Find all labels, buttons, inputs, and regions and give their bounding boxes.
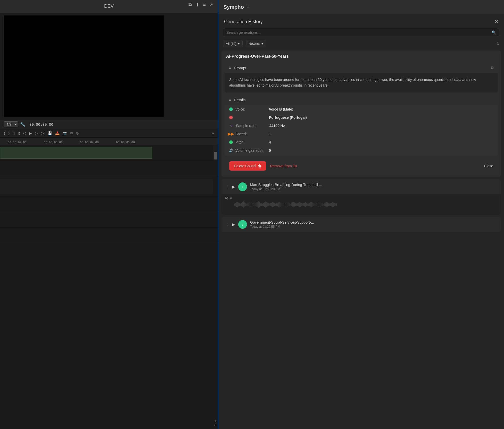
gen-item-title-row: AI-Progress-Over-Past-50-Years	[221, 51, 501, 62]
filter-all-chevron: ▾	[238, 42, 240, 46]
speed-label: Speed:	[235, 132, 266, 136]
timeline-tracks	[0, 145, 218, 429]
list-item-1-menu[interactable]: ⋮	[225, 184, 229, 189]
editor-panel: DEV ⧉ ⬆ ≡ ⤢ 1/2 1/4 Full 🔧 00:00:00:00 {…	[0, 0, 218, 429]
filter-newest-select[interactable]: Newest ▾	[246, 40, 266, 47]
goto-in-btn[interactable]: ⟨|	[12, 131, 15, 135]
track-clip-1[interactable]	[0, 147, 152, 159]
list-item-2-timestamp: Today at 01:20:55 PM	[250, 225, 497, 229]
volume-value: 0	[269, 148, 271, 153]
save-btn[interactable]: 💾	[48, 131, 52, 135]
prompt-section-title: Prompt	[234, 66, 246, 70]
list-item-2: ⋮ ▶ ♪ Government-Social-Services-Support…	[221, 217, 501, 232]
play-btn[interactable]: ▶	[29, 131, 32, 135]
overlay-btn[interactable]: ⧉	[70, 131, 73, 135]
detail-row-language: Portuguese (Portugal)	[225, 113, 498, 122]
out-point-btn[interactable]: }	[8, 131, 10, 135]
action-buttons: Delete Sound 🗑 Remove from list Close	[225, 158, 498, 174]
gen-history-content: AI-Progress-Over-Past-50-Years ∧ Prompt …	[218, 51, 504, 429]
sample-rate-label: Sample rate:	[236, 124, 267, 128]
list-item-1: ⋮ ▶ ♪ Man-Struggles-Breathing-During-Tre…	[221, 179, 501, 215]
sympho-menu-icon[interactable]: ≡	[247, 4, 250, 10]
in-point-btn[interactable]: {	[4, 131, 5, 135]
wrench-icon[interactable]: 🔧	[20, 122, 25, 127]
export-btn[interactable]: 📤	[55, 131, 60, 135]
detail-row-pitch: Pitch: 4	[225, 138, 498, 146]
video-preview	[4, 15, 164, 117]
expand-icon[interactable]: ⤢	[209, 2, 213, 8]
waveform-time-1: 00:0	[225, 197, 232, 200]
list-item-2-header: ⋮ ▶ ♪ Government-Social-Services-Support…	[221, 217, 501, 232]
search-icon: 🔍	[492, 30, 496, 35]
gen-history-title: Generation History	[224, 19, 263, 24]
end-btn[interactable]: ▷|	[41, 131, 45, 135]
list-item-1-info: Man-Struggles-Breathing-During-Treadmill…	[250, 183, 497, 191]
filter-bar: All (19) ▾ Newest ▾ ↻	[218, 40, 504, 51]
gen-item-title: AI-Progress-Over-Past-50-Years	[226, 54, 289, 59]
scale-select[interactable]: 1/2 1/4 Full	[4, 121, 18, 127]
close-expanded-btn[interactable]: Close	[484, 164, 493, 168]
transport-bar: { } ⟨| |⟩ ◁ ▶ ▷ ▷| 💾 📤 📷 ⧉ ⊘ +	[0, 129, 218, 138]
trash-icon: 🗑	[258, 164, 261, 168]
remove-from-list-btn[interactable]: Remove from list	[270, 164, 297, 168]
search-input[interactable]	[226, 30, 490, 35]
delete-sound-btn[interactable]: Delete Sound 🗑	[229, 161, 266, 171]
track-row-5	[0, 212, 218, 228]
speed-dot: ▶▶	[229, 132, 233, 136]
screenshot-btn[interactable]: 📷	[63, 131, 67, 135]
ruler-mark-1: 00:00:02:00	[8, 141, 27, 144]
search-bar: 🔍	[223, 28, 499, 37]
list-item-1-play-btn[interactable]: ▶	[232, 185, 235, 189]
track-row-4	[0, 197, 218, 212]
voice-dot	[229, 107, 233, 111]
next-frame-btn[interactable]: ▷	[35, 131, 38, 135]
sympho-header: Sympho ≡	[218, 0, 504, 14]
prompt-chevron-icon: ∧	[229, 66, 231, 70]
list-item-1-timestamp: Today at 01:18:28 PM	[250, 187, 497, 191]
prompt-text: Some AI technologies have been around fo…	[225, 73, 498, 92]
pitch-dot	[229, 140, 233, 144]
filter-all-label: All (19)	[226, 42, 236, 46]
language-value: Portuguese (Portugal)	[269, 115, 307, 120]
filter-newest-label: Newest	[249, 42, 260, 46]
goto-out-btn[interactable]: |⟩	[18, 131, 20, 135]
list-item-2-play-btn[interactable]: ▶	[232, 222, 235, 226]
detail-row-speed: ▶▶ Speed: 1	[225, 130, 498, 138]
list-item-2-icon-symbol: ♪	[242, 222, 244, 226]
expanded-gen-item: AI-Progress-Over-Past-50-Years ∧ Prompt …	[221, 51, 501, 177]
captions-icon[interactable]: ≡	[203, 2, 206, 8]
timecode-display: 00:00:00:00	[29, 122, 53, 127]
prompt-section-header[interactable]: ∧ Prompt ⧉	[225, 62, 498, 73]
list-item-2-menu[interactable]: ⋮	[225, 222, 229, 227]
detail-row-voice: Voice: Voice B (Male)	[225, 105, 498, 113]
export-icon[interactable]: ⬆	[195, 2, 199, 8]
track-row-2	[0, 161, 218, 176]
voice-label: Voice:	[235, 107, 266, 111]
sympho-logo: Sympho	[224, 4, 244, 10]
sample-rate-value: 44100 Hz	[269, 124, 285, 128]
details-header-left: ∧ Details	[229, 98, 246, 102]
list-item-1-header: ⋮ ▶ ♪ Man-Struggles-Breathing-During-Tre…	[221, 179, 501, 194]
language-dot	[229, 116, 233, 119]
filter-all-select[interactable]: All (19) ▾	[223, 40, 243, 47]
speed-value: 1	[269, 132, 271, 136]
list-item-1-icon-symbol: ♪	[242, 185, 244, 189]
copy-prompt-icon[interactable]: ⧉	[491, 65, 494, 70]
details-section-header[interactable]: ∧ Details	[225, 95, 498, 105]
picture-in-picture-icon[interactable]: ⧉	[188, 2, 192, 8]
details-chevron-icon: ∧	[229, 98, 231, 102]
detail-row-sample-rate: ∿ Sample rate: 44100 Hz	[225, 122, 498, 130]
sample-rate-dot: ∿	[229, 124, 233, 127]
list-item-1-waveform: 00:0 (function() { const heights = [8,12…	[221, 194, 501, 215]
add-track-btn[interactable]: +	[212, 131, 214, 135]
volume-dot: 🔊	[229, 149, 233, 152]
details-section-title: Details	[234, 98, 246, 102]
pitch-label: Pitch:	[235, 140, 266, 144]
details-section: ∧ Details Voice: Voice B (Male) Portugue…	[225, 95, 498, 156]
timeline-area: 00:00:02:00 00:00:03:00 00:00:04:00 00:0…	[0, 138, 218, 429]
gen-history-close-btn[interactable]: ✕	[494, 19, 498, 24]
list-item-2-icon: ♪	[238, 220, 247, 229]
prev-frame-btn[interactable]: ◁	[23, 131, 26, 135]
refresh-icon[interactable]: ↻	[497, 42, 499, 46]
disable-btn[interactable]: ⊘	[76, 131, 79, 135]
